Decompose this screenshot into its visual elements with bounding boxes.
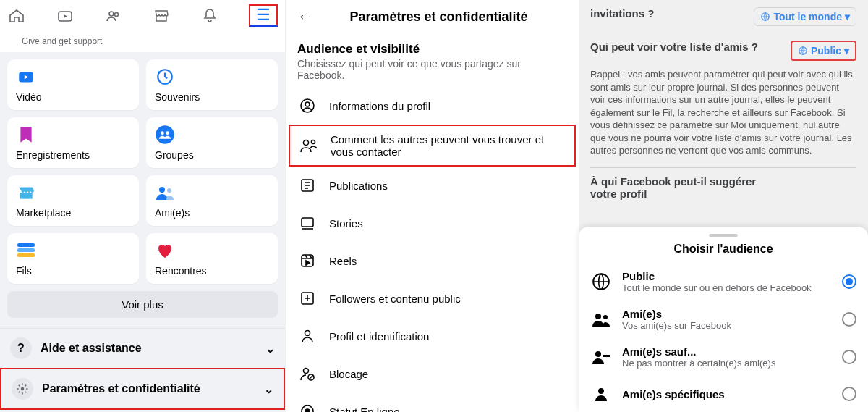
pill-label: Tout le monde bbox=[773, 11, 842, 22]
tagging-icon bbox=[297, 326, 318, 346]
see-more-button[interactable]: Voir plus bbox=[7, 291, 278, 318]
setting-reels[interactable]: Reels bbox=[286, 242, 579, 279]
setting-posts[interactable]: Publications bbox=[286, 167, 579, 204]
option-title: Ami(e)s sauf... bbox=[622, 345, 832, 358]
setting-tagging[interactable]: Profil et identification bbox=[286, 317, 579, 355]
question-suggest: À qui Facebook peut-il suggérer votre pr… bbox=[590, 175, 764, 200]
back-arrow-icon[interactable]: ← bbox=[297, 7, 313, 26]
tile-label: Fils bbox=[16, 265, 130, 277]
profile-info-icon bbox=[297, 96, 318, 116]
svg-point-33 bbox=[595, 351, 601, 357]
find-contact-icon bbox=[299, 135, 319, 156]
pill-label: Public bbox=[811, 45, 841, 56]
question-invitations: invitations ? bbox=[590, 7, 654, 20]
radio-unselected[interactable] bbox=[842, 387, 856, 401]
section-title: Audience et visibilité bbox=[297, 42, 567, 56]
option-subtitle: Vos ami(e)s sur Facebook bbox=[622, 320, 832, 331]
audience-option-specific-friends[interactable]: Ami(e)s spécifiques bbox=[590, 376, 856, 412]
option-subtitle: Ne pas montrer à certain(e)s ami(e)s bbox=[622, 358, 832, 369]
page-title: Paramètres et confidentialité bbox=[325, 9, 567, 25]
setting-label: Reels bbox=[329, 255, 357, 267]
audience-option-friends[interactable]: Ami(e)s Vos ami(e)s sur Facebook bbox=[590, 300, 856, 338]
audience-pill-everyone[interactable]: Tout le monde ▾ bbox=[754, 7, 856, 26]
tile-dating[interactable]: Rencontres bbox=[146, 233, 278, 284]
svg-point-2 bbox=[114, 12, 118, 16]
sheet-title: Choisir l'audience bbox=[590, 243, 856, 256]
notifications-icon[interactable] bbox=[200, 7, 219, 25]
tile-groups[interactable]: Groupes bbox=[146, 117, 278, 168]
setting-followers[interactable]: Followers et contenu public bbox=[286, 279, 579, 317]
svg-point-1 bbox=[109, 12, 114, 16]
chevron-down-icon: ⌄ bbox=[264, 382, 273, 396]
svg-point-5 bbox=[156, 125, 174, 144]
sheet-handle[interactable] bbox=[709, 234, 738, 237]
svg-rect-34 bbox=[603, 355, 610, 357]
question-friends-list: Qui peut voir votre liste d'amis ? bbox=[590, 41, 758, 53]
menu-hamburger-highlighted[interactable]: ☰ bbox=[249, 4, 278, 27]
tile-label: Vidéo bbox=[16, 91, 130, 103]
svg-point-6 bbox=[161, 131, 164, 135]
setting-label: Blocage bbox=[329, 368, 368, 380]
setting-stories[interactable]: Stories bbox=[286, 204, 579, 242]
tile-friends[interactable]: Ami(e)s bbox=[146, 175, 278, 226]
tile-feeds[interactable]: Fils bbox=[7, 233, 139, 284]
tile-label: Rencontres bbox=[155, 265, 269, 277]
setting-label: Statut En ligne bbox=[329, 405, 400, 413]
home-icon[interactable] bbox=[7, 7, 26, 25]
svg-point-27 bbox=[305, 409, 310, 412]
setting-profile-info[interactable]: Informations du profil bbox=[286, 87, 579, 125]
setting-blocking[interactable]: Blocage bbox=[286, 355, 579, 392]
marketplace-icon bbox=[16, 182, 36, 203]
radio-unselected[interactable] bbox=[842, 350, 856, 364]
setting-label: Publications bbox=[329, 180, 388, 192]
option-subtitle: Tout le monde sur ou en dehors de Facebo… bbox=[622, 282, 832, 293]
svg-point-18 bbox=[312, 140, 315, 144]
marketplace-tab-icon[interactable] bbox=[152, 7, 171, 25]
video-tab-icon[interactable] bbox=[56, 7, 75, 25]
svg-point-9 bbox=[159, 187, 165, 193]
setting-label: Followers et contenu public bbox=[329, 293, 461, 305]
video-icon bbox=[16, 67, 36, 87]
give-support-label: Give and get support bbox=[0, 31, 285, 52]
dating-icon bbox=[155, 240, 175, 261]
svg-point-10 bbox=[167, 188, 171, 193]
setting-label: Comment les autres peuvent vous trouver … bbox=[331, 133, 566, 158]
caret-down-icon: ▾ bbox=[844, 45, 849, 56]
caret-down-icon: ▾ bbox=[845, 11, 850, 22]
svg-point-32 bbox=[603, 315, 608, 319]
svg-rect-13 bbox=[17, 253, 35, 257]
tile-saved[interactable]: Enregistrements bbox=[7, 117, 139, 168]
friends-list-note: Rappel : vos amis peuvent paramétrer qui… bbox=[590, 68, 856, 168]
audience-pill-public-highlighted[interactable]: Public ▾ bbox=[791, 41, 856, 61]
help-row[interactable]: ? Aide et assistance ⌄ bbox=[0, 328, 285, 368]
hamburger-icon: ☰ bbox=[256, 6, 271, 24]
friends-except-icon bbox=[590, 346, 612, 368]
reels-icon bbox=[297, 251, 318, 271]
tile-label: Groupes bbox=[155, 149, 269, 161]
setting-label: Stories bbox=[329, 217, 363, 230]
tile-marketplace[interactable]: Marketplace bbox=[7, 175, 139, 226]
radio-unselected[interactable] bbox=[842, 312, 856, 327]
audience-sheet: Choisir l'audience Public Tout le monde … bbox=[579, 227, 868, 412]
tile-video[interactable]: Vidéo bbox=[7, 59, 139, 110]
tile-label: Ami(e)s bbox=[155, 207, 269, 219]
setting-find-contact-highlighted[interactable]: Comment les autres peuvent vous trouver … bbox=[289, 125, 576, 167]
globe-icon bbox=[590, 271, 612, 293]
friends-tab-icon[interactable] bbox=[104, 7, 123, 25]
settings-row-highlighted[interactable]: Paramètres et confidentialité ⌄ bbox=[0, 368, 285, 410]
groups-icon bbox=[155, 125, 175, 145]
specific-friends-icon bbox=[590, 383, 612, 405]
setting-active-status[interactable]: Statut En ligne bbox=[286, 392, 579, 412]
tile-souvenirs[interactable]: Souvenirs bbox=[146, 59, 278, 110]
setting-label: Profil et identification bbox=[329, 330, 429, 342]
svg-point-16 bbox=[305, 102, 310, 106]
status-icon bbox=[297, 401, 318, 412]
audience-option-public[interactable]: Public Tout le monde sur ou en dehors de… bbox=[590, 263, 856, 300]
tile-label: Souvenirs bbox=[155, 91, 269, 103]
svg-rect-8 bbox=[20, 193, 32, 199]
radio-selected[interactable] bbox=[842, 274, 856, 289]
svg-point-23 bbox=[305, 331, 310, 336]
audience-option-friends-except[interactable]: Ami(e)s sauf... Ne pas montrer à certain… bbox=[590, 338, 856, 376]
svg-point-14 bbox=[21, 387, 25, 391]
globe-icon bbox=[798, 46, 808, 56]
